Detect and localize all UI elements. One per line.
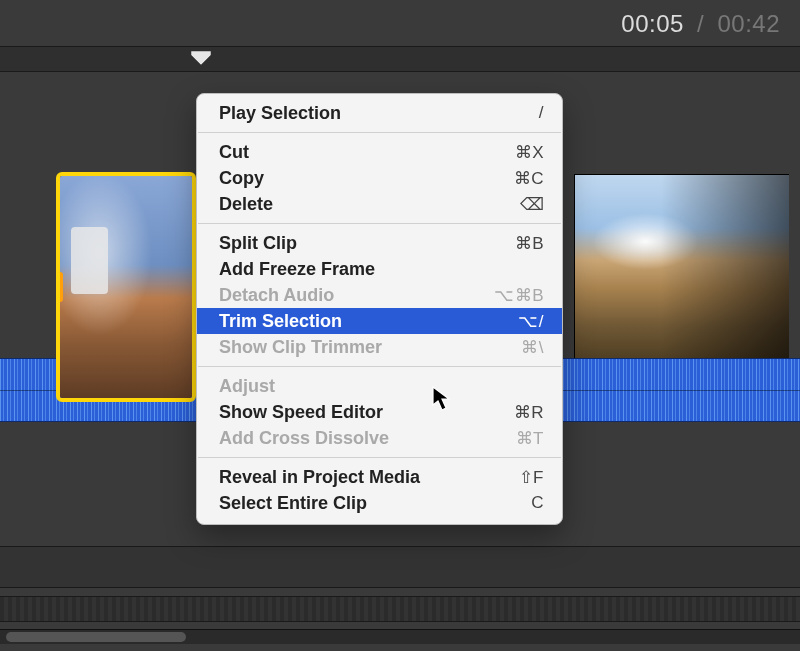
menu-item-label: Show Speed Editor — [219, 402, 383, 423]
menu-item-label: Delete — [219, 194, 273, 215]
menu-item-play-selection[interactable]: Play Selection / — [197, 100, 562, 126]
menu-item-delete[interactable]: Delete ⌫ — [197, 191, 562, 217]
menu-item-label: Copy — [219, 168, 264, 189]
menu-item-select-entire-clip[interactable]: Select Entire Clip C — [197, 490, 562, 516]
menu-item-shortcut: ⌘R — [514, 402, 544, 423]
menu-separator — [198, 223, 561, 224]
menu-item-show-clip-trimmer: Show Clip Trimmer ⌘\ — [197, 334, 562, 360]
menu-item-label: Add Freeze Frame — [219, 259, 375, 280]
menu-item-trim-selection[interactable]: Trim Selection ⌥/ — [197, 308, 562, 334]
menu-item-shortcut: ⌘\ — [521, 337, 544, 358]
timeline-track-lower-2[interactable] — [0, 596, 800, 622]
menu-separator — [198, 132, 561, 133]
svg-marker-1 — [433, 387, 449, 410]
svg-marker-0 — [191, 51, 211, 65]
menu-item-label: Reveal in Project Media — [219, 467, 420, 488]
timeline-track-lower-1[interactable] — [0, 546, 800, 588]
menu-item-label: Detach Audio — [219, 285, 334, 306]
menu-item-label: Select Entire Clip — [219, 493, 367, 514]
menu-item-shortcut: C — [531, 493, 544, 513]
menu-item-label: Adjust — [219, 376, 275, 397]
trim-handle-icon[interactable] — [57, 272, 63, 302]
menu-item-shortcut: ⌘X — [515, 142, 544, 163]
menu-separator — [198, 366, 561, 367]
menu-item-shortcut: ⌘T — [516, 428, 544, 449]
clip-thumbnail — [60, 176, 192, 398]
clip-thumbnail-next[interactable] — [574, 174, 789, 365]
menu-item-shortcut: ⇧F — [519, 467, 544, 488]
menu-item-add-freeze-frame[interactable]: Add Freeze Frame — [197, 256, 562, 282]
menu-item-copy[interactable]: Copy ⌘C — [197, 165, 562, 191]
menu-item-adjust: Adjust — [197, 373, 562, 399]
menu-item-label: Add Cross Dissolve — [219, 428, 389, 449]
menu-item-show-speed-editor[interactable]: Show Speed Editor ⌘R — [197, 399, 562, 425]
menu-item-reveal-in-project-media[interactable]: Reveal in Project Media ⇧F — [197, 464, 562, 490]
menu-item-label: Show Clip Trimmer — [219, 337, 382, 358]
menu-item-cut[interactable]: Cut ⌘X — [197, 139, 562, 165]
menu-item-shortcut: / — [539, 103, 544, 123]
menu-item-shortcut: ⌘C — [514, 168, 544, 189]
scrollbar-thumb[interactable] — [6, 632, 186, 642]
timecode-current: 00:05 — [621, 10, 684, 37]
context-menu: Play Selection / Cut ⌘X Copy ⌘C Delete ⌫… — [196, 93, 563, 525]
menu-item-label: Trim Selection — [219, 311, 342, 332]
menu-item-shortcut: ⌘B — [515, 233, 544, 254]
menu-item-shortcut: ⌥/ — [518, 311, 544, 332]
timecode-display: 00:05 / 00:42 — [621, 10, 780, 38]
menu-item-label: Play Selection — [219, 103, 341, 124]
menu-item-add-cross-dissolve: Add Cross Dissolve ⌘T — [197, 425, 562, 451]
menu-item-shortcut: ⌥⌘B — [494, 285, 544, 306]
menu-item-detach-audio: Detach Audio ⌥⌘B — [197, 282, 562, 308]
selected-clip[interactable] — [56, 172, 196, 402]
timeline-ruler[interactable] — [0, 46, 800, 72]
menu-item-split-clip[interactable]: Split Clip ⌘B — [197, 230, 562, 256]
video-editor-timeline: 00:05 / 00:42 Play Selection / Cut ⌘X — [0, 0, 800, 651]
menu-item-label: Cut — [219, 142, 249, 163]
playhead-icon[interactable] — [189, 51, 213, 65]
delete-key-icon: ⌫ — [520, 194, 545, 215]
horizontal-scrollbar[interactable] — [0, 629, 800, 644]
menu-separator — [198, 457, 561, 458]
timecode-total: 00:42 — [717, 10, 780, 37]
timecode-separator: / — [697, 10, 704, 37]
cursor-icon — [432, 386, 452, 412]
menu-item-label: Split Clip — [219, 233, 297, 254]
